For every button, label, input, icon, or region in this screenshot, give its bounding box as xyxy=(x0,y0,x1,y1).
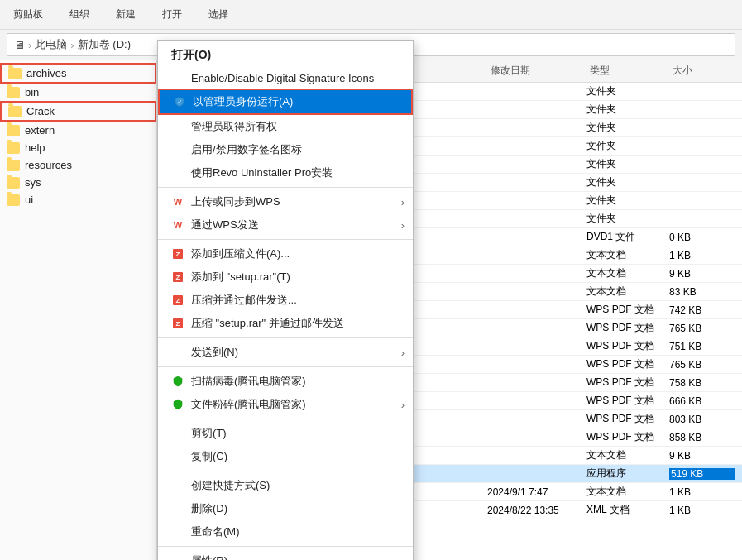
cm-copy[interactable]: 复制(C) xyxy=(158,445,413,468)
sidebar-label-bin: bin xyxy=(25,86,39,98)
folder-icon xyxy=(7,194,20,206)
folder-icon xyxy=(7,177,20,189)
sidebar: archives bin Crack extern help resources… xyxy=(0,60,157,560)
toolbar-new[interactable]: 新建 xyxy=(109,6,142,23)
folder-icon xyxy=(8,106,22,117)
zip-rar-email-icon: Z xyxy=(171,317,184,330)
cm-zip-email-label: 压缩并通过邮件发送... xyxy=(191,293,297,308)
toolbar: 剪贴板 组织 新建 打开 选择 xyxy=(0,0,742,30)
cm-shortcut[interactable]: 创建快捷方式(S) xyxy=(158,474,413,497)
sidebar-label-resources: resources xyxy=(25,159,72,171)
svg-text:Z: Z xyxy=(176,274,180,281)
sidebar-item-resources[interactable]: resources xyxy=(0,156,156,174)
toolbar-clipboard[interactable]: 剪贴板 xyxy=(7,6,50,23)
sidebar-item-sys[interactable]: sys xyxy=(0,174,156,191)
cm-copy-label: 复制(C) xyxy=(191,449,227,464)
qq-shred-icon xyxy=(171,398,184,411)
cm-digital-label: Enable/Disable Digital Signature Icons xyxy=(191,72,374,84)
cm-ownership-label: 管理员取得所有权 xyxy=(191,119,277,134)
sidebar-item-archives[interactable]: archives xyxy=(0,63,156,84)
cm-digital-sig[interactable]: Enable/Disable Digital Signature Icons xyxy=(158,67,413,89)
sig-icon xyxy=(171,143,184,156)
properties-icon xyxy=(171,554,184,560)
cm-enable-sig[interactable]: 启用/禁用数字签名图标 xyxy=(158,138,413,161)
ownership-icon xyxy=(171,120,184,133)
cm-properties[interactable]: 属性(R) xyxy=(158,549,413,560)
folder-icon xyxy=(7,160,20,171)
cm-scan-label: 扫描病毒(腾讯电脑管家) xyxy=(191,374,306,389)
breadcrumb-home-icon: 🖥 xyxy=(14,39,25,51)
cm-rename[interactable]: 重命名(M) xyxy=(158,520,413,543)
cut-icon xyxy=(171,427,184,440)
rar-icon: Z xyxy=(171,270,184,284)
sidebar-label-crack: Crack xyxy=(26,105,55,117)
cm-add-rar-label: 添加到 "setup.rar"(T) xyxy=(191,270,290,285)
cm-send-to-label: 发送到(N) xyxy=(191,345,238,360)
cm-shred[interactable]: 文件粉碎(腾讯电脑管家) › xyxy=(158,393,413,416)
cm-add-rar[interactable]: Z 添加到 "setup.rar"(T) xyxy=(158,266,413,289)
breadcrumb-sep: › xyxy=(28,39,31,51)
cm-upload-wps[interactable]: W 上传或同步到WPS › xyxy=(158,190,413,213)
zip-email-icon: Z xyxy=(171,294,184,307)
sidebar-item-extern[interactable]: extern xyxy=(0,122,156,139)
sendto-icon xyxy=(171,346,184,359)
cm-zip-rar-email[interactable]: Z 压缩 "setup.rar" 并通过邮件发送 xyxy=(158,312,413,335)
toolbar-open[interactable]: 打开 xyxy=(156,6,189,23)
copy-icon xyxy=(171,450,184,463)
cm-sep7 xyxy=(158,546,413,547)
cm-sep2 xyxy=(158,239,413,240)
svg-text:✓: ✓ xyxy=(177,99,182,105)
cm-rename-label: 重命名(M) xyxy=(191,524,240,539)
arrow-icon: › xyxy=(401,196,405,208)
cm-take-ownership[interactable]: 管理员取得所有权 xyxy=(158,115,413,138)
cm-zip-email[interactable]: Z 压缩并通过邮件发送... xyxy=(158,289,413,312)
breadcrumb-item-drive[interactable]: 新加卷 (D:) xyxy=(78,37,131,52)
cm-cut[interactable]: 剪切(T) xyxy=(158,422,413,445)
sidebar-label-sys: sys xyxy=(25,176,41,189)
sidebar-item-bin[interactable]: bin xyxy=(0,84,156,101)
shield-icon: ✓ xyxy=(173,95,186,108)
header-size[interactable]: 大小 xyxy=(669,62,735,79)
qq-shield-icon xyxy=(171,375,184,388)
wps-send-icon: W xyxy=(171,218,184,232)
cm-zip-rar-email-label: 压缩 "setup.rar" 并通过邮件发送 xyxy=(191,316,344,331)
sidebar-item-crack[interactable]: Crack xyxy=(0,101,156,122)
header-type[interactable]: 类型 xyxy=(586,62,669,79)
folder-icon xyxy=(7,125,20,136)
toolbar-select[interactable]: 选择 xyxy=(202,6,235,23)
folder-icon xyxy=(7,142,20,154)
cm-send-wps-label: 通过WPS发送 xyxy=(191,218,259,232)
cm-send-to[interactable]: 发送到(N) › xyxy=(158,341,413,364)
cm-uninstall-revo[interactable]: 使用Revo Uninstaller Pro安装 xyxy=(158,161,413,184)
shortcut-icon xyxy=(171,479,184,492)
delete-icon xyxy=(171,502,184,515)
cm-delete-label: 删除(D) xyxy=(191,501,227,516)
cm-digital-icon xyxy=(171,71,184,84)
sidebar-item-ui[interactable]: ui xyxy=(0,191,156,208)
rename-icon xyxy=(171,525,184,538)
cm-cut-label: 剪切(T) xyxy=(191,426,227,441)
cm-scan-virus[interactable]: 扫描病毒(腾讯电脑管家) xyxy=(158,370,413,393)
cm-sep5 xyxy=(158,419,413,419)
cm-send-wps[interactable]: W 通过WPS发送 › xyxy=(158,213,413,237)
breadcrumb-item-computer[interactable]: 此电脑 xyxy=(35,37,67,52)
header-date[interactable]: 修改日期 xyxy=(487,62,586,79)
svg-text:Z: Z xyxy=(176,320,180,328)
cm-run-admin[interactable]: ✓ 以管理员身份运行(A) xyxy=(158,89,413,115)
arrow-icon4: › xyxy=(401,399,405,411)
cm-uninstall-label: 使用Revo Uninstaller Pro安装 xyxy=(191,165,333,180)
toolbar-organize[interactable]: 组织 xyxy=(63,6,96,23)
cm-add-zip[interactable]: Z 添加到压缩文件(A)... xyxy=(158,242,413,266)
svg-text:Z: Z xyxy=(176,297,180,304)
cm-open[interactable]: 打开(O) xyxy=(158,44,413,67)
breadcrumb-sep2: › xyxy=(70,39,74,51)
svg-text:Z: Z xyxy=(176,251,180,258)
folder-icon xyxy=(7,87,20,98)
cm-enable-sig-label: 启用/禁用数字签名图标 xyxy=(191,142,302,157)
cm-sep1 xyxy=(158,187,413,188)
cm-shred-label: 文件粉碎(腾讯电脑管家) xyxy=(191,397,306,412)
cm-delete[interactable]: 删除(D) xyxy=(158,497,413,520)
folder-icon xyxy=(8,68,22,79)
cm-add-zip-label: 添加到压缩文件(A)... xyxy=(191,246,290,261)
sidebar-item-help[interactable]: help xyxy=(0,139,156,156)
